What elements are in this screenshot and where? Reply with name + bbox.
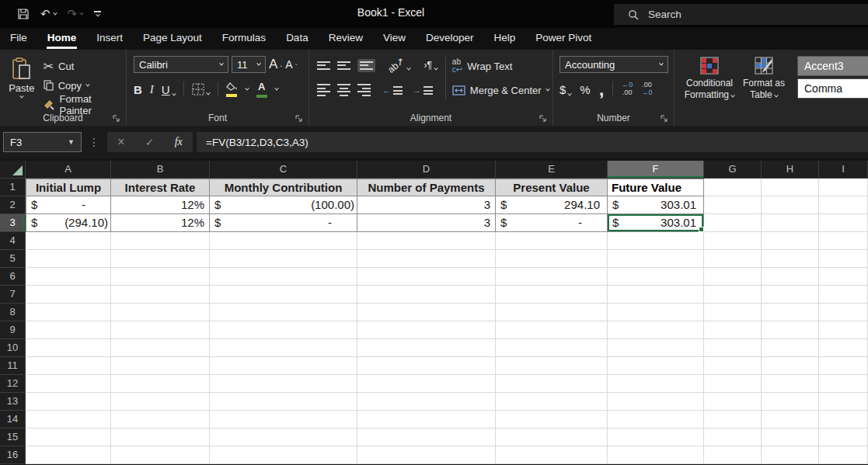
cell-G8[interactable] bbox=[704, 304, 762, 321]
tab-insert[interactable]: Insert bbox=[86, 28, 133, 50]
cell-B10[interactable] bbox=[111, 339, 210, 357]
row-header-13[interactable]: 13 bbox=[0, 393, 26, 411]
row-header-11[interactable]: 11 bbox=[0, 357, 26, 375]
borders-button[interactable] bbox=[192, 83, 210, 95]
tab-developer[interactable]: Developer bbox=[416, 28, 484, 50]
tab-data[interactable]: Data bbox=[276, 28, 319, 50]
cell-A10[interactable] bbox=[26, 339, 111, 357]
cell-E4[interactable] bbox=[496, 232, 608, 250]
cell-F8[interactable] bbox=[608, 304, 704, 321]
middle-align-button[interactable] bbox=[337, 61, 350, 70]
cell-E1[interactable]: Present Value bbox=[496, 179, 608, 196]
cell-B2[interactable]: 12% bbox=[111, 196, 210, 214]
cell-E7[interactable] bbox=[496, 286, 608, 304]
cell-E9[interactable] bbox=[496, 321, 608, 339]
row-header-8[interactable]: 8 bbox=[0, 304, 26, 321]
cell-D10[interactable] bbox=[357, 339, 496, 357]
tab-file[interactable]: File bbox=[0, 28, 37, 50]
text-direction-button[interactable]: ›¶ bbox=[424, 60, 437, 71]
cell-H2[interactable] bbox=[762, 196, 819, 214]
cell-E15[interactable] bbox=[496, 429, 608, 446]
cell-E11[interactable] bbox=[496, 357, 608, 375]
conditional-formatting-button[interactable]: ConditionalFormatting bbox=[684, 56, 735, 101]
formula-input[interactable]: =FV(B3/12,D3,C3,A3) bbox=[197, 132, 868, 152]
cell-E6[interactable] bbox=[496, 268, 608, 286]
cell-I15[interactable] bbox=[819, 429, 868, 446]
number-dialog-launcher-icon[interactable] bbox=[661, 115, 668, 123]
name-box-dropdown-icon[interactable]: ▼ bbox=[68, 138, 75, 146]
cell-B5[interactable] bbox=[111, 250, 210, 268]
cell-I9[interactable] bbox=[819, 321, 868, 339]
cell-E10[interactable] bbox=[496, 339, 608, 357]
row-header-9[interactable]: 9 bbox=[0, 321, 26, 339]
cell-H15[interactable] bbox=[762, 429, 819, 446]
align-left-button[interactable] bbox=[317, 84, 330, 96]
cell-B4[interactable] bbox=[111, 232, 210, 250]
cell-F2[interactable]: $303.01 bbox=[608, 196, 704, 214]
cell-I16[interactable] bbox=[819, 446, 868, 464]
cut-button[interactable]: ✂ Cut bbox=[44, 58, 126, 74]
cell-F11[interactable] bbox=[608, 357, 704, 375]
increase-decimal-button[interactable]: ←0.00 bbox=[622, 82, 633, 97]
cell-I2[interactable] bbox=[819, 196, 868, 214]
row-header-12[interactable]: 12 bbox=[0, 375, 26, 393]
cell-C14[interactable] bbox=[210, 411, 357, 429]
cell-F5[interactable] bbox=[608, 250, 704, 268]
cell-I10[interactable] bbox=[819, 339, 868, 357]
cell-A1[interactable]: Initial Lump bbox=[26, 179, 111, 196]
cell-A16[interactable] bbox=[26, 446, 111, 464]
column-header-H[interactable]: H bbox=[762, 161, 819, 179]
cell-E14[interactable] bbox=[496, 411, 608, 429]
cell-F4[interactable] bbox=[608, 232, 704, 250]
cell-G16[interactable] bbox=[704, 446, 762, 464]
cell-G13[interactable] bbox=[704, 393, 762, 411]
number-format-combobox[interactable]: Accounting bbox=[559, 56, 668, 73]
cell-D12[interactable] bbox=[357, 375, 496, 393]
align-right-button[interactable] bbox=[357, 84, 371, 96]
row-header-16[interactable]: 16 bbox=[0, 446, 26, 464]
cell-H4[interactable] bbox=[762, 232, 819, 250]
cell-A3[interactable]: $(294.10) bbox=[26, 214, 111, 232]
cell-G2[interactable] bbox=[704, 196, 762, 214]
font-size-combobox[interactable]: 11 bbox=[232, 56, 266, 73]
comma-style-button[interactable]: , bbox=[599, 85, 605, 93]
cell-F7[interactable] bbox=[608, 286, 704, 304]
percent-style-button[interactable]: % bbox=[580, 83, 590, 96]
cell-D8[interactable] bbox=[357, 304, 496, 321]
cell-C10[interactable] bbox=[210, 339, 357, 357]
tab-home[interactable]: Home bbox=[37, 28, 87, 50]
row-header-3[interactable]: 3 bbox=[0, 214, 26, 232]
redo-button[interactable]: ↷ bbox=[68, 7, 84, 21]
column-header-C[interactable]: C bbox=[210, 161, 357, 179]
paste-button[interactable]: Paste bbox=[0, 56, 44, 113]
row-header-7[interactable]: 7 bbox=[0, 286, 26, 304]
cell-A4[interactable] bbox=[26, 232, 111, 250]
cell-B15[interactable] bbox=[111, 429, 210, 446]
cell-F6[interactable] bbox=[608, 268, 704, 286]
cell-A14[interactable] bbox=[26, 411, 111, 429]
cell-C1[interactable]: Monthly Contribution bbox=[210, 179, 357, 196]
cell-A9[interactable] bbox=[26, 321, 111, 339]
cell-C6[interactable] bbox=[210, 268, 357, 286]
save-button[interactable] bbox=[17, 8, 30, 20]
cell-E12[interactable] bbox=[496, 375, 608, 393]
column-header-E[interactable]: E bbox=[496, 161, 608, 179]
cell-style-comma[interactable]: Comma bbox=[797, 78, 868, 99]
cell-A5[interactable] bbox=[26, 250, 111, 268]
cell-D14[interactable] bbox=[357, 411, 496, 429]
cell-I14[interactable] bbox=[819, 411, 868, 429]
cell-H13[interactable] bbox=[762, 393, 819, 411]
row-header-2[interactable]: 2 bbox=[0, 196, 26, 214]
cell-D11[interactable] bbox=[357, 357, 496, 375]
cell-D2[interactable]: 3 bbox=[357, 196, 496, 214]
column-header-B[interactable]: B bbox=[111, 161, 210, 179]
cell-B7[interactable] bbox=[111, 286, 210, 304]
cell-I1[interactable] bbox=[819, 179, 868, 196]
format-painter-button[interactable]: Format Painter bbox=[44, 97, 126, 113]
cell-G7[interactable] bbox=[704, 286, 762, 304]
cell-B3[interactable]: 12% bbox=[111, 214, 210, 232]
cell-I13[interactable] bbox=[819, 393, 868, 411]
cell-E2[interactable]: $294.10 bbox=[496, 196, 608, 214]
cell-C4[interactable] bbox=[210, 232, 357, 250]
row-header-6[interactable]: 6 bbox=[0, 268, 26, 286]
